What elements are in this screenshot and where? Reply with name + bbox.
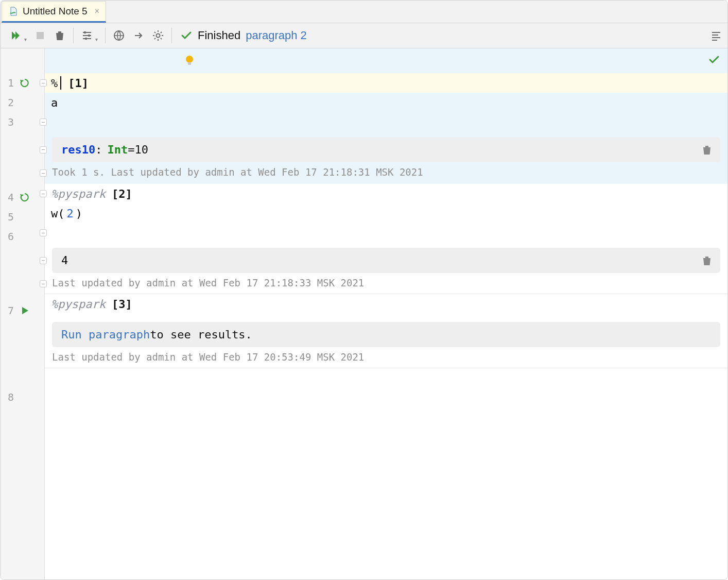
lightbulb-icon[interactable] — [185, 55, 194, 66]
stop-icon[interactable] — [34, 29, 46, 42]
toolbar: ▾ ▾ Finished paragraph 2 — [1, 23, 727, 48]
gutter-line-8: 8 — [1, 387, 44, 407]
line-number: 1 — [8, 77, 14, 89]
run-cell-icon[interactable] — [19, 305, 30, 316]
svg-point-1 — [84, 31, 86, 33]
gutter-line-6: 6 — [1, 227, 44, 246]
cell-index: [2] — [112, 187, 132, 200]
code-text-prefix: w( — [51, 207, 65, 220]
fold-toggle-icon[interactable] — [40, 280, 47, 287]
gear-icon[interactable] — [152, 29, 164, 42]
dropdown-caret-icon[interactable]: ▾ — [95, 37, 98, 42]
cell-index: [1] — [68, 77, 89, 90]
text-caret — [60, 76, 61, 90]
gutter-line-3: 3 — [1, 112, 44, 132]
interp-directive: %pyspark — [51, 187, 106, 200]
meta-text: Last updated by admin at Wed Feb 17 21:1… — [52, 277, 364, 288]
gutter-line-7: 7 — [1, 301, 44, 320]
line-number: 8 — [8, 391, 14, 403]
hint-strip — [45, 48, 727, 73]
code-line-6[interactable] — [45, 223, 727, 243]
gutter-line-2: 2 — [1, 93, 44, 112]
gutter-spacer — [1, 282, 44, 301]
line-number: 5 — [8, 211, 14, 223]
fold-toggle-icon[interactable] — [40, 146, 47, 153]
line-number: 4 — [8, 191, 14, 203]
line-number: 6 — [8, 230, 14, 243]
fold-toggle-icon[interactable] — [40, 118, 47, 126]
globe-icon[interactable] — [113, 29, 125, 42]
svg-point-5 — [157, 34, 160, 38]
filter-settings-icon[interactable] — [81, 29, 93, 42]
code-line-4[interactable]: %pyspark [2] — [45, 184, 727, 203]
gutter-line-5: 5 — [1, 207, 44, 227]
executed-indicator-icon — [19, 77, 30, 89]
arrow-right-icon[interactable] — [132, 29, 145, 42]
gutter-line-1: 1 — [1, 73, 44, 93]
output-result-value: 10 — [134, 143, 148, 156]
toolbar-separator — [105, 28, 106, 43]
status-paragraph-link[interactable]: paragraph 2 — [246, 29, 307, 42]
toolbar-separator — [73, 28, 74, 43]
cell-3-output-placeholder: Run paragraph to see results. — [52, 322, 720, 347]
cell-3: %pyspark [3] Run paragraph to see result… — [45, 294, 727, 368]
executed-indicator-icon — [19, 192, 30, 203]
code-line-2[interactable]: a — [45, 93, 727, 112]
gutter-spacer — [1, 356, 44, 387]
code-line-8[interactable] — [45, 368, 727, 387]
tab-untitled-note-5[interactable]: Untitled Note 5 × — [2, 1, 106, 23]
cell-1-output: res10 : Int = 10 — [52, 137, 720, 162]
trash-icon[interactable] — [54, 29, 66, 42]
output-value: 4 — [61, 254, 68, 267]
svg-rect-7 — [188, 62, 191, 65]
line-number: 7 — [8, 304, 14, 317]
cell-1: % [1] a res10 : Int = 10 — [45, 48, 727, 184]
fold-toggle-icon[interactable] — [40, 79, 47, 87]
editor: 1 2 3 4 5 6 7 8 — [1, 48, 727, 579]
run-paragraph-link[interactable]: Run paragraph — [61, 328, 150, 341]
cell-1-meta: Took 1 s. Last updated by admin at Wed F… — [45, 165, 727, 183]
interp-directive: %pyspark — [51, 298, 106, 311]
gutter-spacer — [1, 320, 44, 356]
code-number-literal: 2 — [67, 207, 74, 220]
close-icon[interactable]: × — [95, 7, 99, 16]
clear-output-icon[interactable] — [702, 255, 712, 266]
code-text-suffix: ) — [76, 207, 82, 220]
dropdown-caret-icon[interactable]: ▾ — [24, 37, 27, 42]
analysis-ok-icon — [708, 54, 720, 66]
gutter: 1 2 3 4 5 6 7 8 — [1, 48, 45, 579]
clear-output-icon[interactable] — [702, 144, 712, 156]
output-result-type: Int — [107, 143, 128, 156]
gutter-line-4: 4 — [1, 187, 44, 207]
fold-toggle-icon[interactable] — [40, 190, 47, 197]
run-paragraph-rest: to see results. — [150, 328, 252, 341]
svg-point-6 — [186, 56, 193, 63]
line-number: 3 — [8, 116, 14, 128]
code-line-7[interactable]: %pyspark [3] — [45, 294, 727, 314]
line-number: 2 — [8, 96, 14, 109]
output-colon: : — [95, 143, 102, 156]
fold-toggle-icon[interactable] — [40, 229, 47, 236]
code-line-3[interactable] — [45, 112, 727, 132]
fold-toggle-icon[interactable] — [40, 257, 47, 264]
gutter-spacer — [1, 48, 44, 73]
run-all-icon[interactable] — [10, 29, 22, 42]
output-eq: = — [128, 143, 134, 156]
cell-3-meta: Last updated by admin at Wed Feb 17 20:5… — [45, 350, 727, 368]
meta-text: Last updated by admin at Wed Feb 17 20:5… — [52, 351, 364, 363]
code-line-5[interactable]: w(2) — [45, 203, 727, 223]
gutter-spacer — [1, 246, 44, 282]
status-area: Finished paragraph 2 — [175, 29, 307, 42]
content-area: % [1] a res10 : Int = 10 — [45, 48, 727, 579]
cell-index: [3] — [112, 298, 132, 311]
fold-toggle-icon[interactable] — [40, 169, 47, 177]
cell-2-output: 4 — [52, 248, 720, 273]
svg-point-2 — [88, 35, 90, 37]
gutter-spacer — [1, 132, 44, 168]
check-icon — [180, 29, 193, 42]
code-text: a — [51, 96, 58, 109]
output-result-name: res10 — [61, 143, 95, 156]
code-line-1[interactable]: % [1] — [45, 73, 727, 93]
outline-icon[interactable] — [710, 29, 722, 42]
cell-2-meta: Last updated by admin at Wed Feb 17 21:1… — [45, 276, 727, 294]
